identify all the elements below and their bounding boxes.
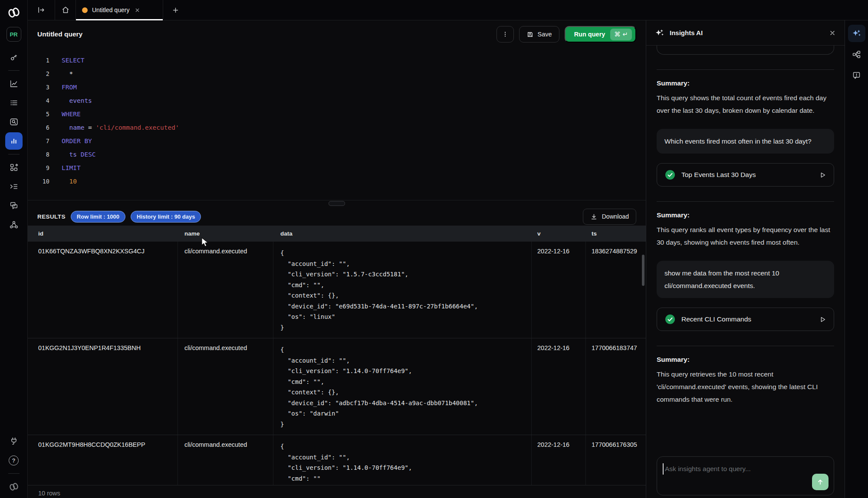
section-divider bbox=[657, 201, 834, 202]
text-caret bbox=[663, 463, 664, 475]
line-number: 4 bbox=[28, 97, 49, 104]
tab-close-icon[interactable] bbox=[135, 7, 140, 13]
feedback-icon[interactable] bbox=[848, 66, 865, 84]
table-status-bar: 10 rows bbox=[28, 485, 646, 498]
event-list-icon[interactable] bbox=[5, 94, 23, 111]
table-scrollbar-thumb[interactable] bbox=[642, 255, 644, 286]
summary-heading: Summary: bbox=[657, 79, 834, 87]
summary-text: This query shows the total count of even… bbox=[657, 92, 834, 117]
insights-query-input[interactable]: Ask insights agent to query... bbox=[657, 456, 834, 495]
summary-text: This query retrieves the 10 most recent … bbox=[657, 368, 834, 406]
column-header-ts[interactable]: ts bbox=[586, 230, 646, 237]
table-row[interactable]: 01KGG2MT9H8H8CCDQ0ZK16BEPPcli/command.ex… bbox=[28, 435, 646, 485]
save-icon bbox=[526, 31, 534, 38]
code-line[interactable]: 10 10 bbox=[28, 174, 646, 188]
column-header-data[interactable]: data bbox=[273, 230, 532, 237]
code-line[interactable]: 7ORDER BY bbox=[28, 134, 646, 147]
insights-ai-icon[interactable] bbox=[848, 25, 865, 42]
chat-threads-icon[interactable] bbox=[5, 197, 23, 214]
code-line[interactable]: 1SELECT bbox=[28, 53, 646, 67]
workspace-badge[interactable]: PR bbox=[7, 27, 21, 42]
sql-editor[interactable]: 1SELECT2 *3FROM4 events5WHERE6 name = 'c… bbox=[28, 48, 646, 200]
explore-search-icon[interactable] bbox=[5, 113, 23, 131]
query-header: Untitled query Save Run query ⌘ bbox=[28, 20, 646, 48]
api-keys-icon[interactable] bbox=[5, 49, 23, 66]
insights-close-icon[interactable] bbox=[829, 29, 836, 36]
main-panel: Untitled query Save Run query ⌘ bbox=[28, 20, 646, 498]
cell-v: 2022-12-16 bbox=[532, 435, 586, 485]
line-number: 10 bbox=[28, 178, 49, 185]
sidebar-divider bbox=[8, 154, 20, 154]
schema-tree-icon[interactable] bbox=[848, 46, 865, 63]
terminal-runs-icon[interactable] bbox=[5, 178, 23, 195]
run-card-icon[interactable] bbox=[819, 172, 826, 178]
table-body: 01K66TQNZA3WFBQ8XN2KXSG4CJcli/command.ex… bbox=[28, 242, 646, 485]
sidebar-bottom-group: ? bbox=[5, 432, 23, 498]
download-button[interactable]: Download bbox=[583, 209, 636, 225]
insights-panel: Insights AI Summary:This query shows the… bbox=[646, 20, 845, 498]
code-line[interactable]: 2 * bbox=[28, 67, 646, 80]
help-icon[interactable]: ? bbox=[5, 452, 23, 469]
sidebar-divider bbox=[8, 473, 20, 474]
line-number: 2 bbox=[28, 70, 49, 77]
query-result-card[interactable]: Top Events Last 30 Days bbox=[657, 163, 834, 187]
line-number: 1 bbox=[28, 57, 49, 64]
collapse-sidebar-icon[interactable] bbox=[28, 0, 55, 20]
column-header-v[interactable]: v bbox=[532, 230, 586, 237]
summary-heading: Summary: bbox=[657, 356, 834, 364]
user-message: Which events fired most often in the las… bbox=[657, 129, 834, 154]
queries-icon[interactable] bbox=[5, 132, 23, 150]
charts-icon[interactable] bbox=[5, 75, 23, 92]
code-line[interactable]: 5WHERE bbox=[28, 107, 646, 121]
row-count: 10 rows bbox=[38, 490, 60, 497]
code-line[interactable]: 4 events bbox=[28, 94, 646, 107]
column-header-name[interactable]: name bbox=[178, 230, 273, 237]
run-shortcut-badge: ⌘↵ bbox=[610, 29, 632, 40]
ai-summary: Summary:This query retrieves the 10 most… bbox=[657, 356, 834, 406]
cell-data: { "account_id": "", "cli_version": "1.14… bbox=[273, 435, 532, 485]
input-placeholder: Ask insights agent to query... bbox=[665, 465, 751, 473]
cell-id: 01K66TQNZA3WFBQ8XN2KXSG4CJ bbox=[28, 242, 178, 338]
table-row[interactable]: 01K66TQNZA3WFBQ8XN2KXSG4CJcli/command.ex… bbox=[28, 242, 646, 338]
user-message: show me data from the most recent 10 cli… bbox=[657, 261, 834, 298]
webhook-icon[interactable] bbox=[5, 216, 23, 233]
column-header-id[interactable]: id bbox=[28, 230, 178, 237]
code-line[interactable]: 9LIMIT bbox=[28, 161, 646, 174]
app-root: PR bbox=[0, 0, 868, 498]
more-options-button[interactable] bbox=[496, 26, 514, 43]
cell-v: 2022-12-16 bbox=[532, 338, 586, 435]
save-button[interactable]: Save bbox=[519, 26, 559, 43]
code-line[interactable]: 8 ts DESC bbox=[28, 147, 646, 161]
cell-v: 2022-12-16 bbox=[532, 242, 586, 338]
cell-name: cli/command.executed bbox=[178, 242, 273, 338]
insights-title: Insights AI bbox=[670, 29, 703, 36]
table-row[interactable]: 01KGG2N1J3Y0ENP1R4F1335BNHcli/command.ex… bbox=[28, 338, 646, 435]
query-result-card[interactable]: Recent CLI Commands bbox=[657, 308, 834, 331]
line-number: 5 bbox=[28, 111, 49, 118]
code-text: SELECT bbox=[62, 57, 84, 64]
code-line[interactable]: 3FROM bbox=[28, 80, 646, 94]
unsaved-dot-icon bbox=[82, 7, 88, 13]
new-tab-icon[interactable] bbox=[163, 0, 187, 20]
cell-name: cli/command.executed bbox=[178, 338, 273, 435]
code-text: ts DESC bbox=[62, 151, 96, 158]
results-toolbar: RESULTS Row limit : 1000 History limit :… bbox=[28, 207, 646, 226]
code-line[interactable]: 6 name = 'cli/command.executed' bbox=[28, 121, 646, 134]
history-limit-badge[interactable]: History limit : 90 days bbox=[131, 211, 201, 223]
splitter-handle[interactable] bbox=[329, 201, 345, 206]
summary-heading: Summary: bbox=[657, 211, 834, 219]
summary-text: This query ranks all event types by freq… bbox=[657, 223, 834, 249]
card-label: Recent CLI Commands bbox=[681, 315, 751, 323]
integrations-plug-icon[interactable] bbox=[5, 432, 23, 450]
cell-ts: 1770066183747 bbox=[586, 338, 646, 435]
code-text: name = 'cli/command.executed' bbox=[62, 124, 179, 131]
run-card-icon[interactable] bbox=[819, 316, 826, 323]
row-limit-badge[interactable]: Row limit : 1000 bbox=[71, 211, 125, 223]
header-actions: Save Run query ⌘↵ bbox=[496, 26, 636, 43]
insights-header: Insights AI bbox=[646, 20, 845, 46]
tab-untitled-query[interactable]: Untitled query bbox=[76, 0, 163, 20]
run-query-button[interactable]: Run query ⌘↵ bbox=[565, 26, 636, 43]
send-button[interactable] bbox=[812, 474, 829, 490]
home-icon[interactable] bbox=[55, 0, 76, 20]
apps-grid-icon[interactable] bbox=[5, 159, 23, 176]
